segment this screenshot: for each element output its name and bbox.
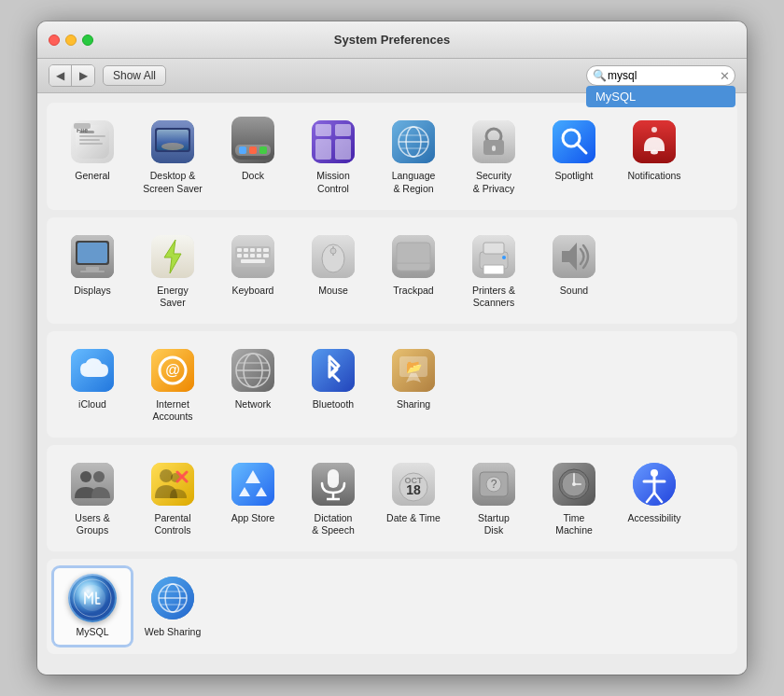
pref-internet[interactable]: @ InternetAccounts: [134, 341, 211, 428]
svg-text:18: 18: [406, 482, 421, 497]
toolbar: ◀ ▶ Show All 🔍 ✕ MySQL: [37, 59, 747, 93]
pref-dock[interactable]: Dock: [215, 112, 291, 200]
svg-text:File: File: [77, 127, 88, 133]
accessibility-icon: [633, 463, 676, 506]
svg-point-34: [651, 127, 657, 132]
preferences-content: File General: [37, 93, 747, 674]
sharing-icon: 📂: [392, 349, 435, 392]
svg-rect-82: [71, 463, 114, 506]
search-dropdown: MySQL: [586, 86, 735, 107]
pref-timemachine[interactable]: TimeMachine: [536, 454, 612, 542]
svg-point-9: [161, 143, 184, 150]
pref-startup[interactable]: ? StartupDisk: [455, 454, 532, 542]
pref-bluetooth[interactable]: Bluetooth: [295, 341, 371, 428]
notifications-icon: [633, 120, 676, 163]
pref-spotlight[interactable]: Spotlight: [536, 112, 612, 200]
pref-icloud[interactable]: iCloud: [54, 341, 131, 428]
pref-sharing[interactable]: 📂 Sharing: [375, 341, 452, 428]
pref-security[interactable]: Security& Privacy: [455, 112, 532, 200]
svg-point-83: [80, 471, 91, 482]
search-icon: 🔍: [593, 69, 607, 82]
pref-websharing[interactable]: Web Sharing: [134, 568, 211, 644]
pref-parental[interactable]: ParentalControls: [134, 454, 211, 542]
desktop-label: Desktop &Screen Saver: [143, 170, 203, 194]
timemachine-icon: [553, 463, 595, 506]
search-input[interactable]: [586, 65, 735, 86]
svg-rect-16: [315, 124, 331, 136]
pref-network[interactable]: Network: [215, 341, 291, 428]
bluetooth-label: Bluetooth: [313, 398, 354, 411]
forward-button[interactable]: ▶: [72, 65, 94, 86]
pref-notifications[interactable]: Notifications: [616, 112, 693, 200]
svg-text:?: ?: [491, 478, 497, 491]
pref-desktop[interactable]: Desktop &Screen Saver: [134, 112, 211, 200]
show-all-button[interactable]: Show All: [103, 65, 166, 86]
pref-appstore[interactable]: App Store: [215, 454, 291, 542]
close-button[interactable]: [49, 35, 60, 46]
section-hardware: Displays EnergySaver: [47, 217, 737, 324]
svg-rect-51: [250, 254, 255, 258]
users-label: Users &Groups: [75, 512, 109, 536]
internet-label: InternetAccounts: [152, 398, 192, 423]
svg-rect-85: [151, 463, 194, 506]
pref-accessibility[interactable]: Accessibility: [616, 454, 693, 542]
section-personal: File General: [47, 103, 737, 209]
svg-rect-14: [259, 146, 267, 154]
pref-keyboard[interactable]: Keyboard: [215, 227, 291, 314]
minimize-button[interactable]: [65, 35, 77, 46]
svg-rect-17: [335, 124, 351, 136]
users-icon: [71, 463, 114, 506]
svg-rect-46: [250, 248, 255, 252]
pref-printers[interactable]: Printers &Scanners: [455, 227, 532, 314]
language-label: Language& Region: [392, 170, 436, 194]
mouse-icon: [312, 235, 355, 278]
pref-energy[interactable]: EnergySaver: [134, 227, 211, 314]
pref-displays[interactable]: Displays: [54, 227, 131, 314]
bluetooth-icon: [312, 349, 355, 392]
dropdown-item-mysql[interactable]: MySQL: [586, 86, 735, 107]
trackpad-label: Trackpad: [393, 285, 433, 297]
pref-general[interactable]: File General: [54, 112, 131, 200]
pref-mission[interactable]: MissionControl: [295, 112, 371, 200]
pref-language[interactable]: Language& Region: [375, 112, 452, 200]
datetime-icon: OCT 18: [392, 463, 435, 506]
trackpad-icon: [392, 235, 435, 278]
svg-rect-90: [328, 469, 339, 488]
mysql-label: MySQL: [76, 626, 108, 638]
datetime-label: Date & Time: [386, 512, 441, 524]
pref-trackpad[interactable]: Trackpad: [375, 227, 452, 314]
internet-icon: @: [151, 349, 194, 392]
maximize-button[interactable]: [82, 35, 93, 46]
appstore-icon: [231, 463, 274, 506]
desktop-icon: [151, 120, 194, 163]
svg-point-84: [93, 471, 105, 482]
general-label: General: [75, 170, 109, 182]
svg-rect-40: [80, 271, 105, 272]
back-button[interactable]: ◀: [49, 65, 72, 86]
energy-icon: [151, 235, 194, 278]
notifications-label: Notifications: [627, 170, 680, 182]
svg-rect-45: [244, 248, 248, 252]
svg-rect-2: [79, 135, 105, 137]
svg-rect-53: [263, 254, 269, 258]
pref-datetime[interactable]: OCT 18 Date & Time: [375, 454, 452, 542]
printers-label: Printers &Scanners: [472, 285, 515, 309]
spotlight-icon: [553, 120, 595, 163]
dock-icon: [231, 120, 274, 163]
pref-sound[interactable]: Sound: [536, 227, 612, 314]
mission-label: MissionControl: [316, 170, 350, 194]
pref-mouse[interactable]: Mouse: [295, 227, 371, 314]
appstore-label: App Store: [231, 512, 275, 524]
svg-rect-48: [263, 248, 269, 252]
pref-mysql[interactable]: MySQL: [54, 568, 131, 644]
svg-rect-88: [231, 463, 274, 506]
language-icon: [392, 120, 435, 163]
keyboard-icon: [231, 235, 274, 278]
pref-users[interactable]: Users &Groups: [54, 454, 131, 542]
printers-icon: [472, 235, 515, 278]
svg-point-86: [160, 469, 173, 482]
search-clear-button[interactable]: ✕: [720, 70, 730, 82]
timemachine-label: TimeMachine: [555, 512, 593, 536]
displays-label: Displays: [74, 285, 111, 297]
pref-dictation[interactable]: Dictation& Speech: [295, 454, 371, 542]
